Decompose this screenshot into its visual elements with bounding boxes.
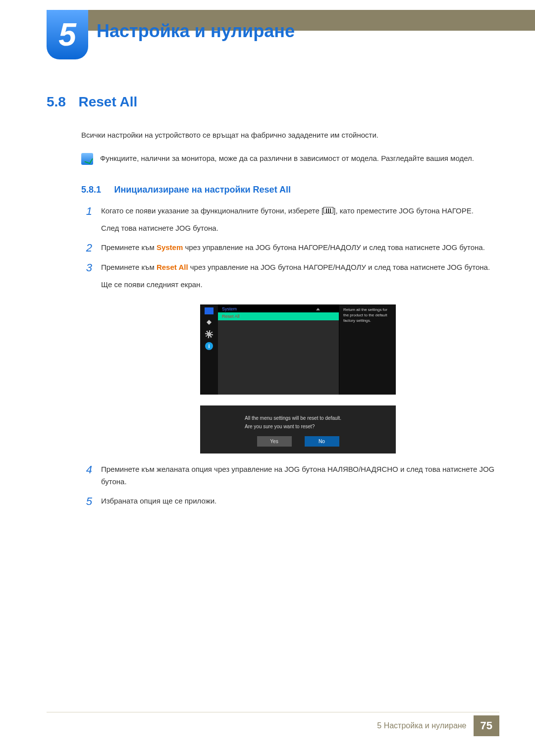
- note-icon: [81, 153, 93, 165]
- subsection-heading: 5.8.1 Инициализиране на настройки Reset …: [81, 185, 495, 195]
- yes-button[interactable]: Yes: [257, 436, 292, 447]
- step2-b: чрез управление на JOG бутона НАГОРЕ/НАД…: [183, 243, 485, 252]
- subsection-title: Инициализиране на настройки Reset All: [114, 185, 291, 195]
- footer-chapter-label: 5 Настройка и нулиране: [377, 721, 466, 730]
- page-number: 75: [474, 715, 499, 736]
- osd-main-panel: System Reset All: [218, 304, 339, 395]
- osd-help-text: Return all the settings for the product …: [339, 304, 396, 395]
- step-number: 1: [81, 205, 92, 235]
- step-body: Преминете към желаната опция чрез управл…: [101, 463, 495, 488]
- section-heading: 5.8 Reset All: [47, 94, 495, 110]
- osd-menu-screenshot: i System Reset All Return all the settin…: [200, 304, 396, 395]
- osd-confirm-dialog: All the menu settings will be reset to d…: [200, 405, 396, 454]
- osd-confirm-line1: All the menu settings will be reset to d…: [245, 415, 351, 421]
- subsection-number: 5.8.1: [81, 185, 112, 195]
- step-body: Преминете към System чрез управление на …: [101, 242, 485, 254]
- section-title: Reset All: [78, 94, 137, 110]
- info-icon: i: [205, 342, 213, 350]
- chapter-number: 5: [58, 16, 76, 53]
- section-number: 5.8: [47, 94, 76, 110]
- step1-line2: След това натиснете JOG бутона.: [101, 224, 218, 232]
- gear-icon: [205, 330, 213, 338]
- note-block: Функциите, налични за монитора, може да …: [81, 153, 495, 165]
- step-number: 3: [81, 261, 92, 291]
- step1-pre: Когато се появи указание за функционални…: [101, 206, 323, 215]
- chevron-up-icon: [316, 308, 320, 310]
- step-number: 4: [81, 463, 92, 488]
- step-5: 5 Избраната опция ще се приложи.: [81, 495, 495, 508]
- osd-empty-area: [218, 320, 339, 395]
- chapter-badge: 5: [47, 10, 88, 59]
- osd-menu-title-row: System: [218, 304, 339, 312]
- chapter-title: Настройка и нулиране: [97, 21, 295, 42]
- no-button[interactable]: No: [305, 436, 339, 447]
- menu-icon: [323, 207, 333, 213]
- step-4: 4 Преминете към желаната опция чрез упра…: [81, 463, 495, 488]
- step-number: 2: [81, 242, 92, 254]
- step1-post: ], като преместите JOG бутона НАГОРЕ.: [333, 206, 474, 215]
- step-number: 5: [81, 495, 92, 508]
- step3-b: чрез управление на JOG бутона НАГОРЕ/НАД…: [188, 263, 490, 271]
- step2-a: Преминете към: [101, 243, 157, 252]
- osd-confirm-line2: Are you sure you want to reset?: [245, 424, 351, 429]
- page-footer: 5 Настройка и нулиране 75: [0, 715, 535, 736]
- step-1: 1 Когато се появи указание за функционал…: [81, 205, 495, 235]
- footer-divider: [47, 712, 499, 712]
- step2-highlight: System: [157, 243, 183, 252]
- step-3: 3 Преминете към Reset All чрез управлени…: [81, 261, 495, 291]
- intro-text: Всички настройки на устройството се връщ…: [81, 131, 495, 139]
- step-body: Избраната опция ще се приложи.: [101, 495, 216, 508]
- step3-line2: Ще се появи следният екран.: [101, 280, 203, 289]
- note-text: Функциите, налични за монитора, може да …: [100, 153, 474, 164]
- monitor-icon: [205, 307, 214, 314]
- step-body: Преминете към Reset All чрез управление …: [101, 261, 490, 291]
- step-body: Когато се появи указание за функционални…: [101, 205, 474, 235]
- osd-menu-title: System: [222, 306, 237, 311]
- arrows-icon: [205, 318, 213, 326]
- step3-highlight: Reset All: [157, 263, 188, 271]
- step3-a: Преминете към: [101, 263, 157, 271]
- osd-figure: i System Reset All Return all the settin…: [200, 304, 495, 454]
- step-2: 2 Преминете към System чрез управление н…: [81, 242, 495, 254]
- osd-selected-item[interactable]: Reset All: [218, 312, 339, 320]
- osd-sidebar: i: [200, 304, 218, 395]
